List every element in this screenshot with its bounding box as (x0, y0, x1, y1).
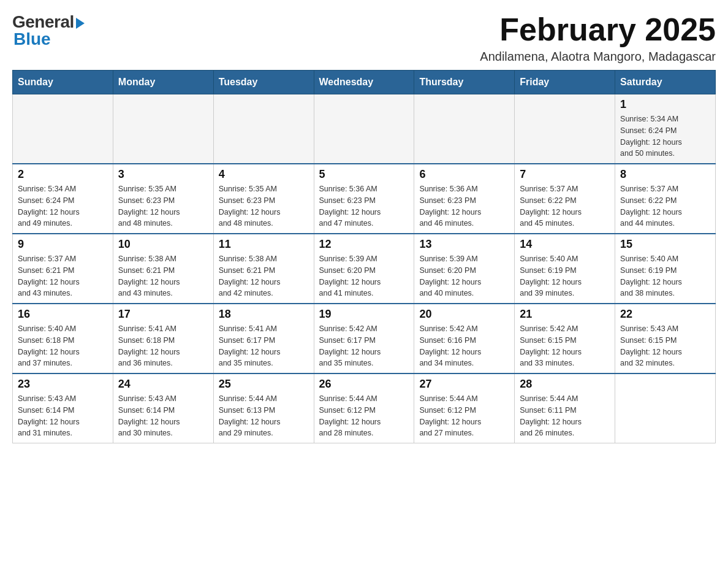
calendar-cell: 8Sunrise: 5:37 AM Sunset: 6:22 PM Daylig… (615, 164, 716, 234)
day-number: 6 (419, 168, 509, 181)
logo: General Blue (12, 12, 85, 49)
calendar-cell: 24Sunrise: 5:43 AM Sunset: 6:14 PM Dayli… (113, 373, 213, 443)
day-info: Sunrise: 5:40 AM Sunset: 6:19 PM Dayligh… (620, 253, 710, 299)
calendar-cell: 22Sunrise: 5:43 AM Sunset: 6:15 PM Dayli… (615, 304, 716, 373)
week-row-2: 2Sunrise: 5:34 AM Sunset: 6:24 PM Daylig… (13, 164, 716, 234)
day-info: Sunrise: 5:44 AM Sunset: 6:12 PM Dayligh… (319, 393, 409, 439)
day-number: 8 (620, 168, 710, 181)
weekday-header-row: SundayMondayTuesdayWednesdayThursdayFrid… (13, 71, 716, 94)
calendar-cell: 14Sunrise: 5:40 AM Sunset: 6:19 PM Dayli… (515, 234, 615, 304)
calendar-cell: 2Sunrise: 5:34 AM Sunset: 6:24 PM Daylig… (13, 164, 113, 234)
logo-arrow-icon (76, 18, 85, 29)
day-number: 19 (319, 308, 409, 321)
day-info: Sunrise: 5:44 AM Sunset: 6:13 PM Dayligh… (219, 393, 309, 439)
day-info: Sunrise: 5:42 AM Sunset: 6:16 PM Dayligh… (419, 323, 509, 369)
calendar-cell (515, 94, 615, 164)
calendar-cell: 19Sunrise: 5:42 AM Sunset: 6:17 PM Dayli… (314, 304, 414, 373)
weekday-header-friday: Friday (515, 71, 615, 94)
day-info: Sunrise: 5:36 AM Sunset: 6:23 PM Dayligh… (319, 183, 409, 229)
calendar-cell: 1Sunrise: 5:34 AM Sunset: 6:24 PM Daylig… (615, 94, 716, 164)
day-info: Sunrise: 5:34 AM Sunset: 6:24 PM Dayligh… (620, 113, 710, 159)
day-number: 1 (620, 98, 710, 111)
weekday-header-tuesday: Tuesday (213, 71, 314, 94)
weekday-header-wednesday: Wednesday (314, 71, 414, 94)
day-info: Sunrise: 5:36 AM Sunset: 6:23 PM Dayligh… (419, 183, 509, 229)
day-number: 22 (620, 308, 710, 321)
calendar-cell: 7Sunrise: 5:37 AM Sunset: 6:22 PM Daylig… (515, 164, 615, 234)
calendar-cell: 28Sunrise: 5:44 AM Sunset: 6:11 PM Dayli… (515, 373, 615, 443)
day-info: Sunrise: 5:37 AM Sunset: 6:22 PM Dayligh… (520, 183, 610, 229)
week-row-1: 1Sunrise: 5:34 AM Sunset: 6:24 PM Daylig… (13, 94, 716, 164)
day-info: Sunrise: 5:42 AM Sunset: 6:15 PM Dayligh… (520, 323, 610, 369)
calendar-cell: 16Sunrise: 5:40 AM Sunset: 6:18 PM Dayli… (13, 304, 113, 373)
calendar-cell: 3Sunrise: 5:35 AM Sunset: 6:23 PM Daylig… (113, 164, 213, 234)
calendar-cell (113, 94, 213, 164)
month-title: February 2025 (480, 12, 716, 47)
day-info: Sunrise: 5:35 AM Sunset: 6:23 PM Dayligh… (118, 183, 208, 229)
calendar-cell: 9Sunrise: 5:37 AM Sunset: 6:21 PM Daylig… (13, 234, 113, 304)
logo-blue-text: Blue (13, 29, 51, 49)
day-number: 28 (520, 378, 610, 391)
day-number: 13 (419, 238, 509, 251)
day-number: 15 (620, 238, 710, 251)
week-row-4: 16Sunrise: 5:40 AM Sunset: 6:18 PM Dayli… (13, 304, 716, 373)
day-number: 16 (18, 308, 108, 321)
day-number: 24 (118, 378, 208, 391)
calendar-cell: 18Sunrise: 5:41 AM Sunset: 6:17 PM Dayli… (213, 304, 314, 373)
day-number: 26 (319, 378, 409, 391)
day-number: 9 (18, 238, 108, 251)
day-info: Sunrise: 5:38 AM Sunset: 6:21 PM Dayligh… (118, 253, 208, 299)
week-row-5: 23Sunrise: 5:43 AM Sunset: 6:14 PM Dayli… (13, 373, 716, 443)
day-number: 27 (419, 378, 509, 391)
calendar-cell (414, 94, 515, 164)
calendar-cell: 5Sunrise: 5:36 AM Sunset: 6:23 PM Daylig… (314, 164, 414, 234)
day-info: Sunrise: 5:42 AM Sunset: 6:17 PM Dayligh… (319, 323, 409, 369)
weekday-header-sunday: Sunday (13, 71, 113, 94)
calendar-cell: 26Sunrise: 5:44 AM Sunset: 6:12 PM Dayli… (314, 373, 414, 443)
day-number: 10 (118, 238, 208, 251)
calendar-cell: 11Sunrise: 5:38 AM Sunset: 6:21 PM Dayli… (213, 234, 314, 304)
weekday-header-monday: Monday (113, 71, 213, 94)
day-number: 3 (118, 168, 208, 181)
calendar-cell: 12Sunrise: 5:39 AM Sunset: 6:20 PM Dayli… (314, 234, 414, 304)
day-info: Sunrise: 5:44 AM Sunset: 6:12 PM Dayligh… (419, 393, 509, 439)
week-row-3: 9Sunrise: 5:37 AM Sunset: 6:21 PM Daylig… (13, 234, 716, 304)
calendar-cell: 23Sunrise: 5:43 AM Sunset: 6:14 PM Dayli… (13, 373, 113, 443)
calendar-cell: 6Sunrise: 5:36 AM Sunset: 6:23 PM Daylig… (414, 164, 515, 234)
calendar-cell: 20Sunrise: 5:42 AM Sunset: 6:16 PM Dayli… (414, 304, 515, 373)
day-info: Sunrise: 5:44 AM Sunset: 6:11 PM Dayligh… (520, 393, 610, 439)
day-number: 18 (219, 308, 309, 321)
day-info: Sunrise: 5:35 AM Sunset: 6:23 PM Dayligh… (219, 183, 309, 229)
day-number: 11 (219, 238, 309, 251)
calendar-cell: 27Sunrise: 5:44 AM Sunset: 6:12 PM Dayli… (414, 373, 515, 443)
day-number: 25 (219, 378, 309, 391)
day-number: 2 (18, 168, 108, 181)
calendar-table: SundayMondayTuesdayWednesdayThursdayFrid… (12, 70, 716, 443)
day-number: 4 (219, 168, 309, 181)
calendar-cell: 25Sunrise: 5:44 AM Sunset: 6:13 PM Dayli… (213, 373, 314, 443)
day-number: 12 (319, 238, 409, 251)
calendar-cell: 13Sunrise: 5:39 AM Sunset: 6:20 PM Dayli… (414, 234, 515, 304)
day-number: 5 (319, 168, 409, 181)
weekday-header-thursday: Thursday (414, 71, 515, 94)
day-info: Sunrise: 5:39 AM Sunset: 6:20 PM Dayligh… (319, 253, 409, 299)
day-number: 21 (520, 308, 610, 321)
page-header: General Blue February 2025 Andilamena, A… (12, 12, 716, 64)
calendar-cell (213, 94, 314, 164)
calendar-cell: 15Sunrise: 5:40 AM Sunset: 6:19 PM Dayli… (615, 234, 716, 304)
day-info: Sunrise: 5:34 AM Sunset: 6:24 PM Dayligh… (18, 183, 108, 229)
day-info: Sunrise: 5:43 AM Sunset: 6:14 PM Dayligh… (118, 393, 208, 439)
location-text: Andilamena, Alaotra Mangoro, Madagascar (480, 50, 716, 64)
calendar-cell (615, 373, 716, 443)
calendar-cell (314, 94, 414, 164)
calendar-cell: 4Sunrise: 5:35 AM Sunset: 6:23 PM Daylig… (213, 164, 314, 234)
weekday-header-saturday: Saturday (615, 71, 716, 94)
day-info: Sunrise: 5:37 AM Sunset: 6:22 PM Dayligh… (620, 183, 710, 229)
day-info: Sunrise: 5:41 AM Sunset: 6:18 PM Dayligh… (118, 323, 208, 369)
calendar-cell: 21Sunrise: 5:42 AM Sunset: 6:15 PM Dayli… (515, 304, 615, 373)
day-info: Sunrise: 5:39 AM Sunset: 6:20 PM Dayligh… (419, 253, 509, 299)
calendar-cell (13, 94, 113, 164)
day-info: Sunrise: 5:41 AM Sunset: 6:17 PM Dayligh… (219, 323, 309, 369)
day-info: Sunrise: 5:40 AM Sunset: 6:18 PM Dayligh… (18, 323, 108, 369)
day-info: Sunrise: 5:38 AM Sunset: 6:21 PM Dayligh… (219, 253, 309, 299)
